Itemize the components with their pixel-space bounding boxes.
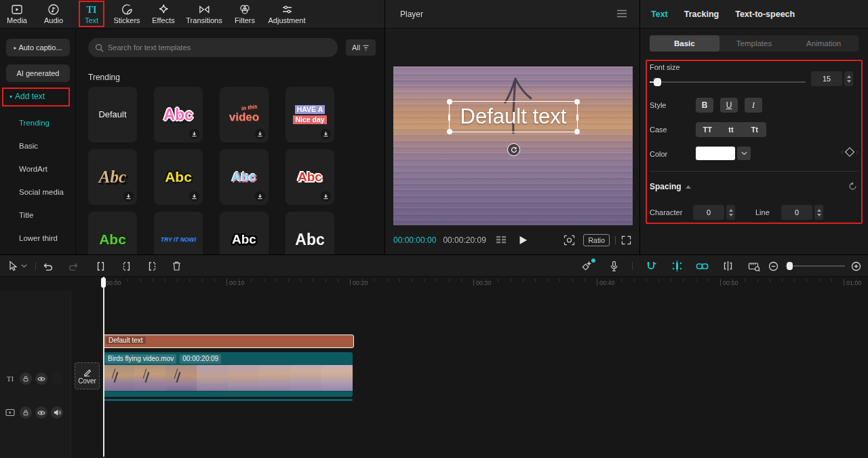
ratio-button[interactable]: Ratio [583,234,610,246]
resize-handle[interactable] [447,99,452,104]
lock-icon[interactable] [20,406,32,419]
font-size-stepper[interactable] [844,71,853,86]
spacing-section-header[interactable]: Spacing [650,182,691,191]
tab-media[interactable]: Media [7,3,27,24]
split-left-icon[interactable] [119,255,133,277]
eye-icon[interactable] [35,406,47,419]
template-card[interactable]: HAVE ANice day [285,87,334,142]
sidebar-item-basic[interactable]: Basic [19,142,38,150]
underline-button[interactable]: U [720,98,738,113]
search-input[interactable] [108,43,331,52]
tab-tracking[interactable]: Tracking [684,9,719,19]
sidebar-item-lower-third[interactable]: Lower third [19,234,58,242]
italic-button[interactable]: I [745,98,762,113]
download-icon[interactable] [321,129,331,139]
undo-icon[interactable] [41,255,54,277]
template-card[interactable]: in thisvideo [220,87,269,142]
segment-basic[interactable]: Basic [650,35,719,52]
template-card[interactable]: Abc [154,87,203,142]
text-selection-box[interactable]: Default text [449,101,578,132]
tab-text[interactable]: Text [651,9,668,19]
resize-handle[interactable] [574,129,580,134]
download-icon[interactable] [255,191,265,202]
ai-generated-button[interactable]: AI generated [6,64,70,82]
template-card[interactable]: Abc [220,212,269,254]
side-handle[interactable] [576,114,578,121]
lock-icon[interactable] [20,373,32,385]
zoom-out-icon[interactable] [766,255,780,277]
eye-icon[interactable] [35,373,47,385]
tab-text[interactable]: TI Text [85,3,98,24]
template-card[interactable]: TRY IT NOW! [154,212,203,254]
keyframe-diamond-icon[interactable] [845,147,854,157]
keyframe-wand-icon[interactable] [578,255,594,277]
font-size-slider[interactable] [650,78,806,86]
template-card[interactable]: Abc [285,212,334,254]
download-icon[interactable] [123,191,134,202]
template-card[interactable]: Abc [154,149,203,205]
delete-icon[interactable] [170,255,183,277]
snapshot-icon[interactable] [564,235,575,246]
resize-handle[interactable] [574,99,580,104]
main-track-magnet-icon[interactable] [643,255,660,277]
color-swatch[interactable] [696,147,735,160]
slider-thumb[interactable] [787,262,793,270]
segment-templates[interactable]: Templates [719,35,789,52]
case-titlecase-button[interactable]: Tt [743,122,766,137]
tab-adjustment[interactable]: Adjustment [268,3,305,24]
rotate-handle[interactable] [507,143,520,156]
slider-thumb[interactable] [654,78,661,86]
fullscreen-icon[interactable] [621,235,631,245]
sidebar-item-add-text[interactable]: ▾ Add text [9,92,45,101]
next-keyframe-icon[interactable]: › [856,147,859,157]
sidebar-item-title[interactable]: Title [19,211,33,219]
template-card[interactable]: Abc [88,212,137,254]
tab-filters[interactable]: Filters [235,3,255,24]
player-overlay-text[interactable]: Default text [450,102,577,132]
tab-text-to-speech[interactable]: Text-to-speech [735,9,795,19]
auto-snapping-icon[interactable] [668,255,686,277]
preview-axis-icon[interactable] [720,255,735,277]
auto-captions-button[interactable]: ▸ Auto captio... [6,39,70,56]
record-voiceover-icon[interactable] [606,255,621,277]
download-icon[interactable] [255,129,265,139]
segment-animation[interactable]: Animation [789,35,859,52]
split-right-icon[interactable] [145,255,159,277]
download-icon[interactable] [189,191,199,202]
download-icon[interactable] [321,191,331,202]
line-stepper[interactable] [814,205,823,220]
download-icon[interactable] [189,129,199,139]
tab-transitions[interactable]: Transitions [186,3,222,24]
cover-button[interactable]: Cover [75,362,100,389]
chevron-down-icon[interactable] [20,255,28,277]
time-ruler[interactable]: 00:00 00:10 00:20 00:30 00:40 00:50 01:0… [0,277,868,291]
filter-all-button[interactable]: All [346,39,376,56]
split-icon[interactable] [94,255,107,277]
video-preview[interactable]: Default text [393,66,633,225]
prev-keyframe-icon[interactable]: ‹ [841,147,844,157]
select-tool-icon[interactable] [5,255,19,277]
timeline-text-clip[interactable]: Default text [103,335,354,348]
speaker-icon[interactable] [51,406,63,419]
frame-view-icon[interactable] [496,235,507,244]
tab-audio[interactable]: Audio [44,3,63,24]
case-uppercase-button[interactable]: TT [696,122,719,137]
template-card[interactable]: Abc [285,149,334,205]
character-value[interactable]: 0 [693,205,724,220]
play-button[interactable] [519,235,528,245]
template-card-default[interactable]: Default [88,87,137,142]
zoom-in-icon[interactable] [849,255,863,277]
sidebar-item-social-media[interactable]: Social media [19,188,64,196]
linking-icon[interactable] [693,255,711,277]
line-value[interactable]: 0 [781,205,812,220]
tab-stickers[interactable]: Stickers [113,3,140,24]
tab-effects[interactable]: Effects [152,3,174,24]
bold-button[interactable]: B [696,98,713,113]
template-card[interactable]: Abc [220,149,269,205]
sidebar-item-wordart[interactable]: WordArt [19,165,47,173]
side-handle[interactable] [448,114,450,121]
menu-icon[interactable] [616,9,627,18]
mute-icon[interactable] [51,373,63,385]
redo-icon[interactable] [66,255,80,277]
template-card[interactable]: Abc [88,149,137,205]
